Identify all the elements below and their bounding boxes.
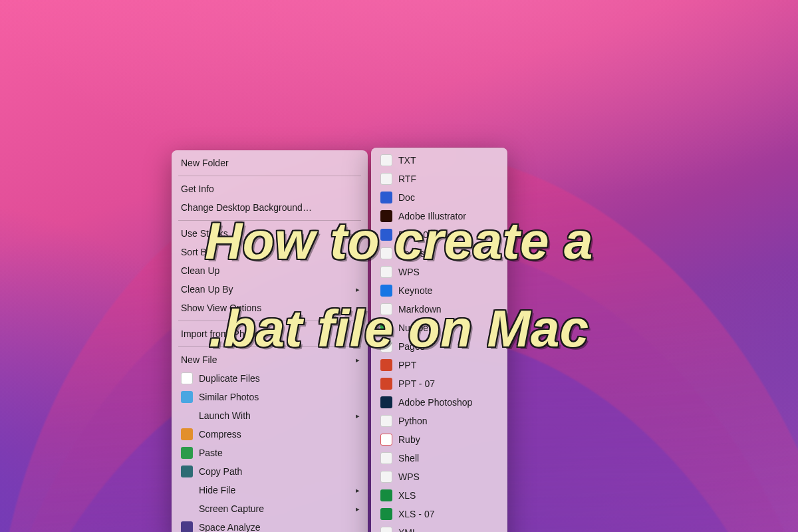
- submenu-item[interactable]: Keynote: [371, 281, 507, 300]
- menu-item[interactable]: Similar Photos: [172, 388, 368, 406]
- submenu-item[interactable]: Numbers: [371, 319, 507, 337]
- menu-item[interactable]: Duplicate Files: [172, 369, 368, 388]
- menu-item[interactable]: Launch With: [172, 406, 368, 425]
- submenu-item[interactable]: WPS: [371, 263, 507, 281]
- menu-item-label: Hide File: [199, 483, 235, 497]
- menu-item-label: New Folder: [181, 156, 229, 170]
- submenu-item[interactable]: RTF: [371, 170, 507, 188]
- submenu-item[interactable]: PPT: [371, 356, 507, 374]
- new-file-submenu: TXTRTFDocAdobe IllustratorDoc - 07PagesW…: [371, 148, 507, 532]
- rb-file-icon: [380, 434, 392, 446]
- menu-item-label: New File: [181, 352, 217, 367]
- menu-item[interactable]: Use Stacks: [172, 224, 368, 243]
- menu-item[interactable]: Hide File: [172, 481, 368, 499]
- submenu-item-label: Ruby: [398, 432, 420, 447]
- submenu-item-label: RTF: [398, 172, 416, 186]
- submenu-item-label: WPS: [398, 469, 420, 484]
- submenu-item-label: XLS: [398, 488, 416, 503]
- submenu-item-label: XML: [398, 525, 418, 532]
- submenu-item[interactable]: TXT: [371, 151, 507, 170]
- menu-item[interactable]: Paste: [172, 444, 368, 462]
- key-file-icon: [380, 285, 392, 297]
- txt-file-icon: [380, 247, 392, 259]
- rtf-file-icon: [380, 173, 392, 185]
- submenu-item[interactable]: Adobe Photoshop: [371, 393, 507, 412]
- space-icon: [181, 521, 193, 532]
- menu-item[interactable]: Sort By: [172, 243, 368, 261]
- menu-item-label: Similar Photos: [199, 390, 259, 404]
- py-file-icon: [380, 415, 392, 427]
- submenu-item[interactable]: Pages: [371, 337, 507, 356]
- menu-item-label: Paste: [199, 446, 223, 460]
- menu-item[interactable]: Screen Capture: [172, 499, 368, 518]
- submenu-item[interactable]: Shell: [371, 449, 507, 467]
- menu-separator: [178, 321, 361, 321]
- menu-item[interactable]: Import from iPhone: [172, 325, 368, 343]
- submenu-item-label: PPT: [398, 358, 416, 372]
- ps-file-icon: [380, 396, 392, 408]
- desktop-context-menu: New FolderGet InfoChange Desktop Backgro…: [172, 150, 368, 532]
- copy-icon: [181, 466, 193, 477]
- submenu-item-label: Adobe Illustrator: [398, 209, 466, 223]
- doc07-file-icon: [380, 229, 392, 241]
- txt-file-icon: [380, 154, 392, 166]
- menu-item-label: Clean Up By: [181, 282, 233, 297]
- menu-item-label: Compress: [199, 427, 241, 442]
- wps-file-icon: [380, 266, 392, 278]
- menu-separator: [178, 346, 361, 347]
- wps-file-icon: [380, 471, 392, 483]
- menu-item[interactable]: Show View Options: [172, 299, 368, 317]
- submenu-item-label: TXT: [398, 153, 416, 168]
- submenu-item-label: Doc: [398, 190, 415, 205]
- submenu-item[interactable]: PPT - 07: [371, 374, 507, 393]
- submenu-item-label: Python: [398, 414, 428, 428]
- md-file-icon: [380, 303, 392, 315]
- menu-item-label: Get Info: [181, 182, 214, 196]
- ppt07-file-icon: [380, 378, 392, 390]
- submenu-item-label: PPT - 07: [398, 376, 435, 391]
- menu-item-label: Use Stacks: [181, 226, 228, 241]
- submenu-item[interactable]: Ruby: [371, 430, 507, 449]
- menu-item[interactable]: New File: [172, 350, 368, 369]
- submenu-item[interactable]: XML: [371, 523, 507, 532]
- menu-item[interactable]: Copy Path: [172, 462, 368, 481]
- menu-item[interactable]: Space Analyze: [172, 518, 368, 532]
- submenu-item[interactable]: Doc - 07: [371, 225, 507, 244]
- submenu-item-label: Pages: [398, 339, 425, 354]
- xls-file-icon: [380, 489, 392, 501]
- submenu-item[interactable]: WPS: [371, 467, 507, 486]
- menu-item[interactable]: Compress: [172, 425, 368, 444]
- menu-item-label: Import from iPhone: [181, 327, 260, 341]
- submenu-item[interactable]: Python: [371, 412, 507, 430]
- menu-item[interactable]: Change Desktop Background…: [172, 198, 368, 217]
- paste-icon: [181, 447, 193, 459]
- submenu-item-label: Markdown: [398, 302, 442, 317]
- menu-separator: [178, 176, 361, 176]
- dup-icon: [181, 372, 193, 384]
- submenu-item[interactable]: Adobe Illustrator: [371, 207, 507, 225]
- xls07-file-icon: [380, 508, 392, 520]
- ppt-file-icon: [380, 359, 392, 371]
- menu-item[interactable]: New Folder: [172, 154, 368, 172]
- menu-item-label: Duplicate Files: [199, 371, 260, 386]
- menu-item-label: Show View Options: [181, 301, 261, 315]
- submenu-item-label: Pages: [398, 246, 425, 261]
- menu-item-label: Copy Path: [199, 464, 242, 479]
- submenu-item[interactable]: Markdown: [371, 300, 507, 319]
- xml-file-icon: [380, 527, 392, 532]
- menu-item[interactable]: Clean Up: [172, 261, 368, 280]
- menu-item-label: Screen Capture: [199, 501, 264, 516]
- num-file-icon: [380, 322, 392, 334]
- menu-item[interactable]: Clean Up By: [172, 280, 368, 299]
- submenu-item-label: Keynote: [398, 283, 432, 298]
- menu-item-label: Clean Up: [181, 263, 219, 278]
- menu-item[interactable]: Get Info: [172, 180, 368, 198]
- submenu-item[interactable]: XLS: [371, 486, 507, 505]
- menu-item-label: Change Desktop Background…: [181, 200, 312, 215]
- menu-item-label: Space Analyze: [199, 520, 261, 532]
- submenu-item[interactable]: Pages: [371, 244, 507, 263]
- submenu-item[interactable]: XLS - 07: [371, 505, 507, 523]
- submenu-item[interactable]: Doc: [371, 188, 507, 207]
- submenu-item-label: Doc - 07: [398, 227, 434, 242]
- photo-icon: [181, 391, 193, 403]
